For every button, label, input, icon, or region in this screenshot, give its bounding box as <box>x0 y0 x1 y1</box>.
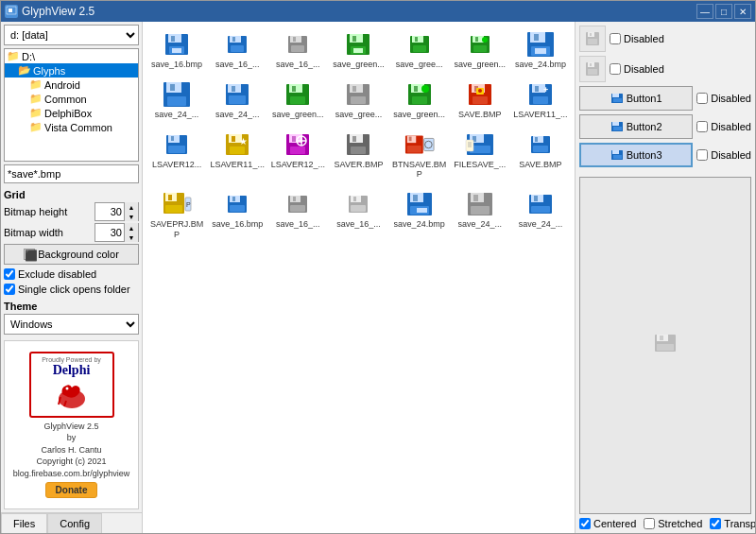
svg-rect-86 <box>352 136 356 142</box>
glyph-item[interactable]: save_16_... <box>267 26 328 74</box>
glyph-item[interactable]: SAVE.BMP <box>510 126 571 184</box>
glyph-grid[interactable]: save_16.bmp save_16_... save_16_... <box>143 22 575 533</box>
glyph-item[interactable]: save_16.bmp <box>207 185 267 244</box>
glyph-item[interactable]: save_16_... <box>267 185 328 244</box>
glyph-item[interactable]: save_24.bmp <box>389 185 450 244</box>
tab-files[interactable]: Files <box>1 513 47 533</box>
preview-large-icon <box>654 334 677 358</box>
glyph-item[interactable]: + LSAVER11_... <box>510 76 571 124</box>
minimize-button[interactable]: — <box>696 4 713 19</box>
button2[interactable]: Button2 <box>579 114 693 139</box>
close-button[interactable]: ✕ <box>734 4 751 19</box>
svg-rect-12 <box>231 45 244 52</box>
glyph-row-3: LSAVER12... ★ LSAVER11_... LSAVER12_... <box>146 126 571 184</box>
glyph-item[interactable]: save_green... <box>267 76 328 124</box>
disabled-checkbox-5[interactable] <box>696 149 708 161</box>
centered-check[interactable]: Centered <box>579 518 636 529</box>
glyph-item[interactable]: save_24_... <box>450 185 510 244</box>
single-click-checkbox[interactable] <box>4 284 15 295</box>
tree-item-delphibox[interactable]: 📁 DelphiBox <box>5 106 138 120</box>
bitmap-height-down[interactable]: ▼ <box>125 212 138 221</box>
maximize-button[interactable]: □ <box>715 4 732 19</box>
background-color-button[interactable]: ⬛ Background color <box>4 244 139 265</box>
bitmap-height-spinner[interactable]: ▲ ▼ <box>94 202 139 221</box>
delphi-powered-text: Proudly Powered by <box>36 356 108 363</box>
bitmap-width-spinner[interactable]: ▲ ▼ <box>94 223 139 242</box>
bitmap-width-up[interactable]: ▲ <box>125 223 138 233</box>
tree-item-common[interactable]: 📁 Common <box>5 92 138 106</box>
glyph-item[interactable]: save_green... <box>328 26 388 74</box>
drive-select[interactable]: d: [data] <box>4 25 139 45</box>
disabled-checkbox-1[interactable] <box>610 33 621 44</box>
donate-button[interactable]: Donate <box>45 482 98 498</box>
disabled-label-5: Disabled <box>711 149 751 161</box>
folder-tree[interactable]: 📁 D:\ 📂 Glyphs 📁 Android 📁 Common 📁 <box>4 48 139 162</box>
svg-rect-122 <box>353 197 356 201</box>
button3-label: Button3 <box>627 149 662 161</box>
title-bar: GlyphView 2.5 — □ ✕ <box>1 1 755 22</box>
glyph-item[interactable]: LSAVER12... <box>146 126 207 184</box>
glyph-item[interactable]: save_gree... <box>389 26 450 74</box>
glyph-label: save_24.bmp <box>394 219 445 230</box>
glyph-item[interactable]: ★ LSAVER11_... <box>207 126 267 184</box>
glyph-item[interactable]: save_green... <box>389 76 450 124</box>
glyph-item[interactable]: save_16.bmp <box>146 26 207 74</box>
glyph-label: save_24_... <box>215 110 260 120</box>
grid-label: Grid <box>4 189 139 200</box>
tree-item-vista-common[interactable]: 📁 Vista Common <box>5 120 138 134</box>
transparent-checkbox[interactable] <box>710 518 721 529</box>
glyph-label: save_24_... <box>519 219 563 230</box>
exclude-disabled-checkbox[interactable] <box>4 268 15 280</box>
disabled-checkbox-4[interactable] <box>696 121 708 132</box>
tree-item-glyphs[interactable]: 📂 Glyphs <box>5 63 138 78</box>
centered-checkbox[interactable] <box>579 518 591 529</box>
theme-label: Theme <box>4 301 139 312</box>
svg-rect-38 <box>170 84 175 91</box>
bitmap-width-input[interactable] <box>95 227 124 238</box>
delphi-horse-icon <box>53 380 91 408</box>
button1[interactable]: Button1 <box>579 86 693 111</box>
bitmap-height-up[interactable]: ▲ <box>125 202 138 212</box>
single-click-row[interactable]: Single click opens folder <box>1 283 142 296</box>
glyph-item[interactable]: P SAVEPRJ.BMP <box>146 185 207 244</box>
glyph-item[interactable]: save_16_... <box>207 26 267 74</box>
glyph-item[interactable]: BTNSAVE.BMP <box>389 126 450 184</box>
disabled-checkbox-2[interactable] <box>610 63 621 75</box>
glyph-label: LSAVER11_... <box>211 160 265 170</box>
tree-item-android[interactable]: 📁 Android <box>5 78 138 92</box>
tree-item-label: D:\ <box>22 51 35 62</box>
button3[interactable]: Button3 <box>579 143 693 167</box>
stretched-checkbox[interactable] <box>644 518 655 529</box>
transparent-check[interactable]: Transparent <box>710 518 755 529</box>
single-click-label: Single click opens folder <box>18 284 130 295</box>
tab-config[interactable]: Config <box>47 513 102 533</box>
glyph-item[interactable]: save_24_... <box>146 76 207 124</box>
glyph-item[interactable]: SAVER.BMP <box>328 126 388 184</box>
glyph-item[interactable]: save_green... <box>450 26 510 74</box>
drive-selector[interactable]: d: [data] <box>4 25 139 45</box>
svg-rect-108 <box>168 195 172 200</box>
disabled-label-1: Disabled <box>624 33 664 44</box>
glyph-item[interactable]: LSAVER12_... <box>267 126 328 184</box>
glyph-image <box>404 79 435 110</box>
stretched-check[interactable]: Stretched <box>644 518 702 529</box>
bitmap-width-down[interactable]: ▼ <box>125 233 138 242</box>
glyph-item[interactable]: save_24_... <box>510 185 571 244</box>
bitmap-height-input[interactable] <box>95 206 124 217</box>
preview-row-5: Button3 Disabled <box>579 143 751 167</box>
disabled-checkbox-3[interactable] <box>696 93 708 104</box>
glyph-item[interactable]: save_gree... <box>328 76 388 124</box>
disabled-check-1: Disabled <box>610 33 664 44</box>
tree-item-d-root[interactable]: 📁 D:\ <box>5 49 138 63</box>
filter-input[interactable] <box>4 164 139 183</box>
glyph-item[interactable]: save_24.bmp <box>510 26 571 74</box>
preview-row-2: Disabled <box>579 56 751 82</box>
glyph-item[interactable]: save_24_... <box>207 76 267 124</box>
theme-select[interactable]: Windows Dark Light <box>4 314 139 335</box>
glyph-item[interactable]: SAVE.BMP <box>450 76 510 124</box>
glyph-item[interactable]: FILESAVE_... <box>450 126 510 184</box>
glyph-item[interactable]: save_16_... <box>328 185 388 244</box>
svg-rect-80 <box>290 146 305 154</box>
glyph-image <box>162 29 192 60</box>
exclude-disabled-row[interactable]: Exclude disabled <box>1 267 142 281</box>
